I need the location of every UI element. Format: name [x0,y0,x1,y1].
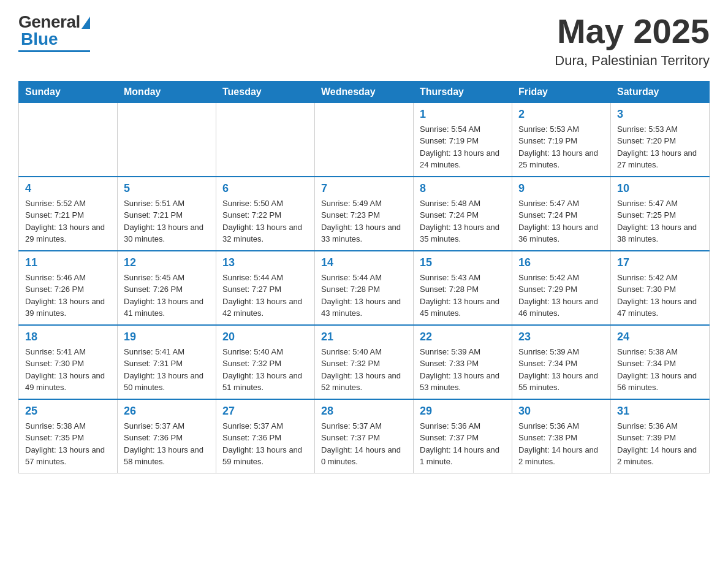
logo-triangle-icon [82,17,90,29]
day-info: Sunrise: 5:37 AMSunset: 7:37 PMDaylight:… [321,420,407,468]
page-header: General Blue May 2025 Dura, Palestinian … [18,12,710,69]
day-number: 4 [25,182,111,195]
day-number: 9 [518,182,604,195]
day-info: Sunrise: 5:46 AMSunset: 7:26 PMDaylight:… [25,272,111,320]
day-number: 10 [617,182,703,195]
day-number: 18 [25,331,111,343]
day-info: Sunrise: 5:37 AMSunset: 7:36 PMDaylight:… [222,420,308,468]
calendar-header-wednesday: Wednesday [315,81,414,102]
day-info: Sunrise: 5:53 AMSunset: 7:20 PMDaylight:… [617,123,703,171]
calendar-cell: 26Sunrise: 5:37 AMSunset: 7:36 PMDayligh… [118,399,216,473]
day-info: Sunrise: 5:52 AMSunset: 7:21 PMDaylight:… [25,197,111,245]
calendar-cell [19,102,118,177]
calendar-cell [118,102,216,177]
calendar-week-row: 1Sunrise: 5:54 AMSunset: 7:19 PMDaylight… [19,102,710,177]
day-info: Sunrise: 5:44 AMSunset: 7:27 PMDaylight:… [222,272,308,320]
day-number: 15 [420,256,506,269]
day-number: 11 [25,256,111,269]
day-number: 20 [222,331,308,343]
calendar-cell: 23Sunrise: 5:39 AMSunset: 7:34 PMDayligh… [512,325,611,399]
calendar-header-row: SundayMondayTuesdayWednesdayThursdayFrid… [19,81,710,102]
day-number: 7 [321,182,407,195]
day-number: 16 [518,256,604,269]
calendar-cell [216,102,315,177]
day-info: Sunrise: 5:48 AMSunset: 7:24 PMDaylight:… [420,197,506,245]
calendar-cell: 1Sunrise: 5:54 AMSunset: 7:19 PMDaylight… [414,102,512,177]
calendar-cell [315,102,414,177]
day-info: Sunrise: 5:39 AMSunset: 7:34 PMDaylight:… [518,346,604,394]
subtitle: Dura, Palestinian Territory [555,53,710,69]
calendar-cell: 31Sunrise: 5:36 AMSunset: 7:39 PMDayligh… [611,399,710,473]
day-info: Sunrise: 5:45 AMSunset: 7:26 PMDaylight:… [124,272,210,320]
calendar-cell: 6Sunrise: 5:50 AMSunset: 7:22 PMDaylight… [216,177,315,251]
logo-underline [18,50,90,52]
day-number: 5 [124,182,210,195]
day-info: Sunrise: 5:53 AMSunset: 7:19 PMDaylight:… [518,123,604,171]
day-info: Sunrise: 5:41 AMSunset: 7:31 PMDaylight:… [124,346,210,394]
calendar-cell: 7Sunrise: 5:49 AMSunset: 7:23 PMDaylight… [315,177,414,251]
day-info: Sunrise: 5:40 AMSunset: 7:32 PMDaylight:… [222,346,308,394]
calendar-cell: 16Sunrise: 5:42 AMSunset: 7:29 PMDayligh… [512,251,611,325]
day-number: 8 [420,182,506,195]
day-info: Sunrise: 5:39 AMSunset: 7:33 PMDaylight:… [420,346,506,394]
calendar-cell: 11Sunrise: 5:46 AMSunset: 7:26 PMDayligh… [19,251,118,325]
day-info: Sunrise: 5:51 AMSunset: 7:21 PMDaylight:… [124,197,210,245]
day-info: Sunrise: 5:38 AMSunset: 7:35 PMDaylight:… [25,420,111,468]
calendar-cell: 3Sunrise: 5:53 AMSunset: 7:20 PMDaylight… [611,102,710,177]
day-number: 24 [617,331,703,343]
day-number: 1 [420,108,506,121]
calendar-header-thursday: Thursday [414,81,512,102]
calendar-cell: 13Sunrise: 5:44 AMSunset: 7:27 PMDayligh… [216,251,315,325]
calendar-cell: 17Sunrise: 5:42 AMSunset: 7:30 PMDayligh… [611,251,710,325]
day-number: 27 [222,405,308,418]
day-info: Sunrise: 5:47 AMSunset: 7:25 PMDaylight:… [617,197,703,245]
day-number: 14 [321,256,407,269]
day-number: 13 [222,256,308,269]
calendar-cell: 5Sunrise: 5:51 AMSunset: 7:21 PMDaylight… [118,177,216,251]
day-number: 2 [518,108,604,121]
calendar-cell: 12Sunrise: 5:45 AMSunset: 7:26 PMDayligh… [118,251,216,325]
day-info: Sunrise: 5:47 AMSunset: 7:24 PMDaylight:… [518,197,604,245]
day-number: 25 [25,405,111,418]
day-number: 3 [617,108,703,121]
day-number: 12 [124,256,210,269]
day-number: 21 [321,331,407,343]
day-number: 23 [518,331,604,343]
calendar-header-monday: Monday [118,81,216,102]
calendar-cell: 4Sunrise: 5:52 AMSunset: 7:21 PMDaylight… [19,177,118,251]
day-info: Sunrise: 5:37 AMSunset: 7:36 PMDaylight:… [124,420,210,468]
day-number: 28 [321,405,407,418]
calendar-cell: 25Sunrise: 5:38 AMSunset: 7:35 PMDayligh… [19,399,118,473]
calendar-cell: 15Sunrise: 5:43 AMSunset: 7:28 PMDayligh… [414,251,512,325]
main-title: May 2025 [555,12,710,50]
calendar-header-saturday: Saturday [611,81,710,102]
calendar-cell: 30Sunrise: 5:36 AMSunset: 7:38 PMDayligh… [512,399,611,473]
day-number: 17 [617,256,703,269]
title-area: May 2025 Dura, Palestinian Territory [555,12,710,69]
day-info: Sunrise: 5:43 AMSunset: 7:28 PMDaylight:… [420,272,506,320]
day-number: 6 [222,182,308,195]
day-number: 29 [420,405,506,418]
calendar-cell: 8Sunrise: 5:48 AMSunset: 7:24 PMDaylight… [414,177,512,251]
day-info: Sunrise: 5:44 AMSunset: 7:28 PMDaylight:… [321,272,407,320]
calendar-cell: 24Sunrise: 5:38 AMSunset: 7:34 PMDayligh… [611,325,710,399]
day-info: Sunrise: 5:49 AMSunset: 7:23 PMDaylight:… [321,197,407,245]
day-info: Sunrise: 5:41 AMSunset: 7:30 PMDaylight:… [25,346,111,394]
day-info: Sunrise: 5:40 AMSunset: 7:32 PMDaylight:… [321,346,407,394]
day-info: Sunrise: 5:36 AMSunset: 7:38 PMDaylight:… [518,420,604,468]
day-number: 19 [124,331,210,343]
calendar-cell: 28Sunrise: 5:37 AMSunset: 7:37 PMDayligh… [315,399,414,473]
calendar-header-sunday: Sunday [19,81,118,102]
calendar-cell: 19Sunrise: 5:41 AMSunset: 7:31 PMDayligh… [118,325,216,399]
calendar-table: SundayMondayTuesdayWednesdayThursdayFrid… [18,81,710,473]
calendar-cell: 14Sunrise: 5:44 AMSunset: 7:28 PMDayligh… [315,251,414,325]
calendar-cell: 10Sunrise: 5:47 AMSunset: 7:25 PMDayligh… [611,177,710,251]
day-info: Sunrise: 5:42 AMSunset: 7:30 PMDaylight:… [617,272,703,320]
calendar-cell: 29Sunrise: 5:36 AMSunset: 7:37 PMDayligh… [414,399,512,473]
day-info: Sunrise: 5:36 AMSunset: 7:39 PMDaylight:… [617,420,703,468]
calendar-cell: 9Sunrise: 5:47 AMSunset: 7:24 PMDaylight… [512,177,611,251]
calendar-cell: 20Sunrise: 5:40 AMSunset: 7:32 PMDayligh… [216,325,315,399]
day-number: 30 [518,405,604,418]
day-info: Sunrise: 5:38 AMSunset: 7:34 PMDaylight:… [617,346,703,394]
day-number: 31 [617,405,703,418]
